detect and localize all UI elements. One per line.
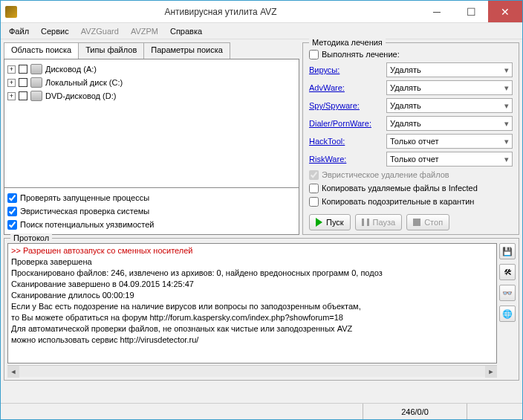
expand-icon[interactable]: +: [7, 65, 16, 74]
tools-button[interactable]: 🛠: [499, 264, 516, 280]
scroll-right-icon[interactable]: ►: [485, 366, 497, 378]
tab-scan-params[interactable]: Параметры поиска: [143, 42, 230, 59]
log-line: Сканирование длилось 00:00:19: [11, 290, 493, 301]
check-copy-infected[interactable]: Копировать удаляемые файлы в Infected: [309, 181, 513, 195]
check-vulnerabilities[interactable]: Поиск потенциальных уязвимостей: [7, 218, 296, 231]
checkbox[interactable]: [7, 207, 17, 216]
log-line: Если у Вас есть подозрение на наличие ви…: [11, 301, 493, 312]
drive-checkbox[interactable]: [19, 91, 27, 100]
glasses-icon: 👓: [502, 288, 513, 298]
close-button[interactable]: ✕: [488, 1, 522, 22]
checkbox[interactable]: [7, 193, 17, 203]
expand-icon[interactable]: +: [7, 92, 16, 100]
log-line: можно использовать сервис http://virusde…: [11, 335, 493, 346]
checkbox[interactable]: [309, 50, 319, 59]
checkbox[interactable]: [7, 220, 17, 230]
link-riskware[interactable]: RiskWare:: [309, 155, 383, 164]
select-hacktool[interactable]: Только отчет: [386, 134, 513, 149]
scan-options: Проверять запущенные процессы Эвристичес…: [4, 188, 299, 235]
log-line: Проверка завершена: [11, 256, 493, 268]
stop-button: Стоп: [406, 214, 449, 230]
stop-icon: [413, 219, 420, 226]
globe-icon: 🌐: [502, 309, 513, 319]
status-counter: 246/0/0: [363, 404, 467, 419]
horizontal-scrollbar[interactable]: ◄ ►: [7, 365, 497, 377]
tab-scan-area[interactable]: Область поиска: [4, 42, 79, 59]
log-line: Сканирование завершено в 04.09.2015 14:2…: [11, 279, 493, 290]
log-output[interactable]: >> Разрешен автозапуск со сменных носите…: [7, 243, 497, 364]
protocol-group: Протокол >> Разрешен автозапуск со сменн…: [4, 238, 519, 381]
link-viruses[interactable]: Вирусы:: [309, 65, 383, 74]
glasses-button[interactable]: 👓: [499, 285, 516, 301]
save-log-button[interactable]: 💾: [499, 243, 516, 259]
group-label: Методика лечения: [309, 38, 386, 47]
pause-icon: [362, 219, 369, 226]
link-spyware[interactable]: Spy/Spyware:: [309, 101, 383, 110]
menu-file[interactable]: Файл: [4, 25, 34, 37]
statusbar: 246/0/0: [1, 403, 522, 419]
save-icon: 💾: [502, 247, 513, 256]
expand-icon[interactable]: +: [7, 79, 16, 87]
tools-icon: 🛠: [504, 268, 512, 277]
menu-service[interactable]: Сервис: [36, 25, 74, 37]
drive-checkbox[interactable]: [19, 65, 27, 74]
web-button[interactable]: 🌐: [499, 306, 516, 322]
floppy-icon: [30, 64, 42, 74]
tree-item[interactable]: + Локальный диск (C:): [7, 76, 296, 89]
window-title: Антивирусная утилита AVZ: [22, 7, 420, 17]
drive-label: Дисковод (A:): [45, 65, 97, 74]
checkbox[interactable]: [309, 184, 319, 193]
hdd-icon: [30, 77, 42, 88]
tree-item[interactable]: + Дисковод (A:): [7, 62, 296, 76]
checkbox: [309, 170, 319, 180]
link-advware[interactable]: AdvWare:: [309, 83, 383, 92]
treatment-group: Методика лечения Выполнять лечение: Виру…: [302, 42, 519, 235]
titlebar: Антивирусная утилита AVZ ─ ☐ ✕: [1, 1, 522, 23]
start-button[interactable]: Пуск: [309, 214, 351, 230]
dvd-icon: [30, 91, 42, 101]
check-heuristic-delete: Эвристическое удаление файлов: [309, 168, 513, 181]
select-advware[interactable]: Удалять: [386, 80, 513, 95]
pause-button: Пауза: [355, 214, 403, 230]
check-processes[interactable]: Проверять запущенные процессы: [7, 191, 296, 204]
tree-item[interactable]: + DVD-дисковод (D:): [7, 89, 296, 103]
menu-avzguard: AVZGuard: [76, 25, 124, 37]
menu-avzpm: AVZPM: [126, 25, 163, 37]
tabs: Область поиска Типы файлов Параметры пои…: [4, 42, 299, 59]
drive-label: Локальный диск (C:): [45, 78, 123, 87]
tab-file-types[interactable]: Типы файлов: [78, 42, 144, 59]
select-riskware[interactable]: Только отчет: [386, 152, 513, 167]
drive-checkbox[interactable]: [19, 78, 27, 87]
select-dialer[interactable]: Удалять: [386, 116, 513, 131]
log-line: >> Разрешен автозапуск со сменных носите…: [11, 245, 493, 256]
menu-help[interactable]: Справка: [165, 25, 207, 37]
maximize-button[interactable]: ☐: [454, 1, 488, 22]
select-viruses[interactable]: Удалять: [386, 62, 513, 77]
log-line: Просканировано файлов: 246, извлечено из…: [11, 268, 493, 279]
checkbox[interactable]: [309, 197, 319, 207]
log-line: Для автоматической проверки файлов, не о…: [11, 323, 493, 335]
minimize-button[interactable]: ─: [420, 1, 454, 22]
app-icon: [5, 6, 17, 18]
protocol-label: Протокол: [10, 233, 52, 242]
log-line: то Вы можете обратиться на форум http://…: [11, 312, 493, 323]
check-copy-quarantine[interactable]: Копировать подозрительные в карантин: [309, 195, 513, 208]
play-icon: [316, 218, 322, 227]
scroll-left-icon[interactable]: ◄: [7, 366, 19, 378]
link-hacktool[interactable]: HackTool:: [309, 137, 383, 146]
select-spyware[interactable]: Удалять: [386, 98, 513, 113]
drive-label: DVD-дисковод (D:): [45, 91, 116, 100]
perform-treatment[interactable]: Выполнять лечение:: [309, 48, 513, 61]
check-heuristic[interactable]: Эвристическая проверка системы: [7, 204, 296, 218]
drive-tree[interactable]: + Дисковод (A:) + Локальный диск (C:) + …: [4, 59, 299, 188]
menubar: Файл Сервис AVZGuard AVZPM Справка: [1, 23, 522, 39]
link-dialer[interactable]: Dialer/PornWare:: [309, 119, 383, 128]
